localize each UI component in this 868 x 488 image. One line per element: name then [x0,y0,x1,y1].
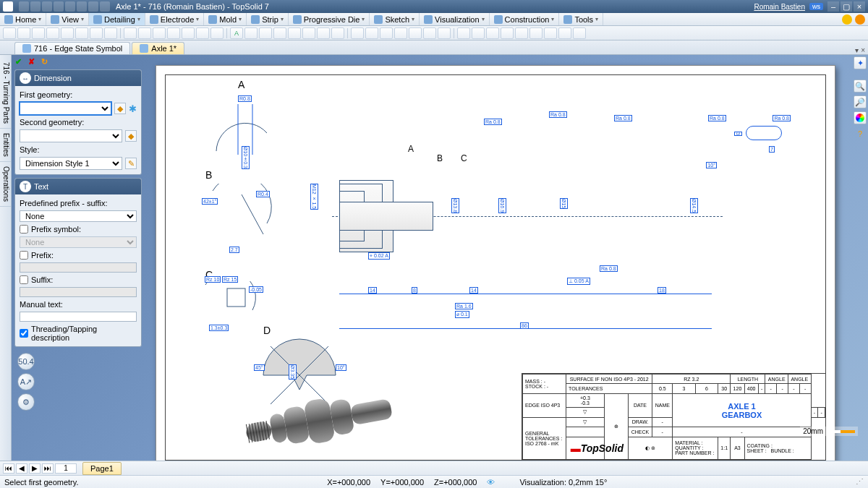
tool-button[interactable] [529,27,542,39]
resize-grip[interactable]: ⋰ [856,477,864,487]
suffix-check[interactable] [20,275,28,284]
menu-mold[interactable]: Mold▾ [204,13,247,25]
menu-construction[interactable]: Construction▾ [490,13,560,25]
vtab-operations[interactable]: Operations [0,162,11,207]
accept-button[interactable]: ✔ [13,56,23,67]
qat-btn[interactable] [65,1,75,12]
round-button[interactable]: ⚙ [17,393,35,411]
tool-button[interactable] [331,27,344,39]
tool-button[interactable] [138,27,151,39]
first-geom-select[interactable] [20,102,111,115]
style-edit[interactable]: ✎ [125,158,137,169]
tool-button[interactable] [438,27,451,39]
tool-button[interactable] [288,27,301,39]
tool-button[interactable] [515,27,528,39]
tool-button[interactable] [210,27,224,39]
menu-detailing[interactable]: Detailing▾ [89,13,145,25]
tool-button[interactable] [244,27,258,39]
first-geom-pick[interactable]: ◆ [114,103,126,114]
zoom-fit-button[interactable]: 🔍 [854,80,867,93]
tab-axle[interactable]: Axle 1* [132,42,184,54]
qat-btn[interactable] [88,1,98,12]
style-select[interactable]: Dimension Style 1 [20,157,122,170]
qat-redo[interactable] [30,1,41,12]
tool-button[interactable] [182,27,195,39]
second-geom-select[interactable] [20,129,122,142]
menu-home[interactable]: Home▾ [0,13,46,25]
tool-button[interactable] [472,27,485,39]
prefix-symbol-check[interactable] [20,225,28,234]
close-button[interactable]: × [854,1,865,12]
qat-undo[interactable] [19,1,29,12]
tool-button[interactable] [90,27,103,39]
menu-sketch[interactable]: Sketch▾ [370,13,420,25]
zoom-window-button[interactable]: 🔎 [854,95,867,108]
tool-button[interactable]: A [230,27,243,39]
tool-button[interactable] [167,27,180,39]
tool-button[interactable] [124,27,137,39]
prev-page-button[interactable]: ◀ [16,463,27,474]
axes-icon[interactable]: ✦ [854,56,867,69]
tool-button[interactable] [501,27,514,39]
page-input[interactable] [55,463,77,474]
tool-button[interactable] [423,27,436,39]
star-icon[interactable]: ✱ [129,103,137,114]
tool-button[interactable] [351,27,364,39]
tool-button[interactable] [61,27,74,39]
tool-button[interactable] [486,27,499,39]
minimize-button[interactable]: – [827,1,839,12]
cancel-button[interactable]: ✘ [26,56,36,67]
tool-button[interactable] [273,27,286,39]
help-icon[interactable] [855,14,865,25]
color-palette-button[interactable] [854,111,867,124]
second-geom-pick[interactable]: ◆ [125,130,137,142]
manual-input[interactable] [20,312,137,322]
help-button[interactable]: ? [854,127,867,140]
tool-button[interactable] [365,27,378,39]
tool-button[interactable] [104,27,117,39]
round-button[interactable]: A↗ [17,373,35,390]
menu-tools[interactable]: Tools▾ [559,13,603,25]
qat-btn[interactable] [77,1,87,12]
pin-icon[interactable]: ▾ × [855,46,865,54]
next-page-button[interactable]: ▶ [29,463,41,474]
canvas[interactable]: A B C D R0.8 Ø10±0.3 42±1° R0.4 2.7 Rz 1… [142,55,868,461]
tool-button[interactable] [75,27,88,39]
tool-button[interactable] [3,27,16,39]
qat-btn[interactable] [54,1,64,12]
globe-icon[interactable] [842,14,852,25]
menu-electrode[interactable]: Electrode▾ [145,13,204,25]
tool-button[interactable] [394,27,407,39]
maximize-button[interactable]: ▢ [841,1,852,12]
vtab-turning[interactable]: 716 - Turning Parts [0,58,11,129]
tool-button[interactable] [32,27,45,39]
tool-button[interactable] [17,27,30,39]
prefixsuffix-select[interactable]: None [20,210,137,222]
threading-check[interactable] [20,329,28,338]
menu-view[interactable]: View▾ [46,13,89,25]
menu-progdie[interactable]: Progressive Die▾ [289,13,370,25]
vtab-entities[interactable]: Entities [0,129,11,162]
qat-btn[interactable] [100,1,110,12]
tool-button[interactable] [259,27,272,39]
prefix-check[interactable] [20,251,28,260]
tool-button[interactable] [409,27,422,39]
tool-button[interactable] [457,27,470,39]
tool-button[interactable] [153,27,166,39]
tool-button[interactable] [558,27,571,39]
refresh-button[interactable]: ↻ [39,56,49,67]
user-link[interactable]: Romain Bastien [754,3,805,11]
round-button[interactable]: 50.4 [17,353,35,370]
tool-button[interactable] [196,27,209,39]
tool-button[interactable] [380,27,393,39]
tool-button[interactable] [317,27,330,39]
tool-button[interactable] [573,27,586,39]
last-page-button[interactable]: ⏭ [42,463,54,474]
first-page-button[interactable]: ⏮ [3,463,14,474]
menu-visualization[interactable]: Visualization▾ [420,13,490,25]
tool-button[interactable] [302,27,315,39]
tool-button[interactable] [46,27,59,39]
qat-save[interactable] [42,1,52,12]
menu-strip[interactable]: Strip▾ [247,13,289,25]
tool-button[interactable] [544,27,557,39]
